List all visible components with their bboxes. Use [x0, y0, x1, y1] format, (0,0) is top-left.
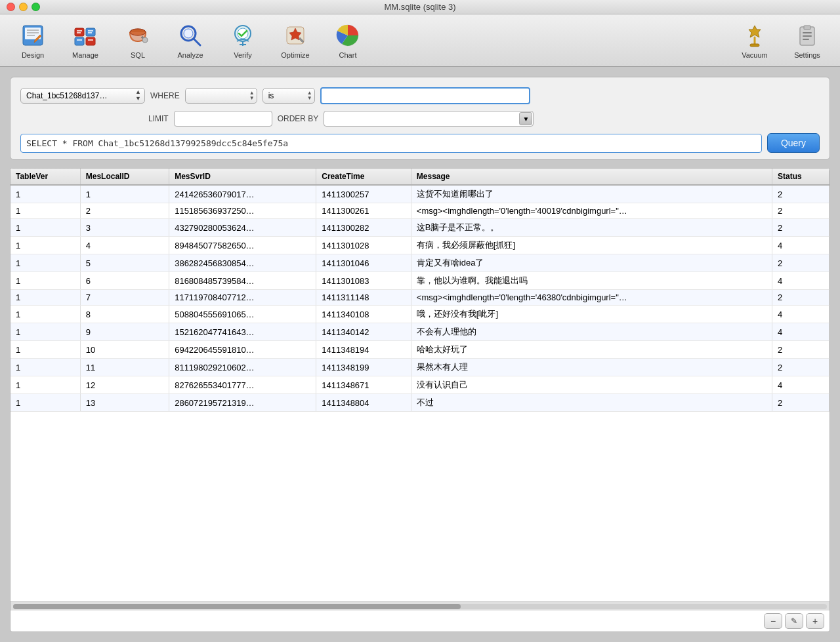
toolbar-item-sql[interactable]: SQL [112, 18, 164, 64]
sql-icon [125, 22, 151, 49]
svg-rect-30 [803, 32, 812, 33]
table-row[interactable]: 14894845077582650…1411301028有病，我必须屏蔽他[抓狂… [10, 237, 830, 254]
verify-icon [230, 22, 256, 49]
horizontal-scrollbar[interactable] [10, 601, 830, 611]
toolbar-item-analyze[interactable]: Analyze [164, 18, 217, 64]
table-cell-messvrid: 241426536079017… [169, 185, 316, 203]
verify-label: Verify [234, 51, 252, 59]
orderby-wrapper[interactable]: ▼ [324, 111, 534, 127]
analyze-icon [177, 22, 203, 49]
col-header-message[interactable]: Message [411, 169, 772, 185]
col-header-createtime[interactable]: CreateTime [316, 169, 411, 185]
sql-input[interactable] [20, 134, 762, 153]
table-row[interactable]: 16816808485739584…1411301083靠，他以为谁啊。我能退出… [10, 272, 830, 290]
optimize-label: Optimize [281, 51, 309, 59]
table-cell-message: 没有认识自己 [411, 376, 772, 394]
table-cell-status: 2 [772, 359, 830, 376]
table-row[interactable]: 113286072195721319…1411348804不过2 [10, 394, 830, 412]
where-field-wrapper[interactable]: ▲▼ [185, 88, 257, 104]
table-cell-message: 靠，他以为谁啊。我能退出吗 [411, 272, 772, 290]
table-cell-messvrid: 508804555691065… [169, 306, 316, 323]
results-table: TableVer MesLocalID MesSvrID CreateTime … [10, 169, 830, 412]
query-row3: Query [20, 133, 820, 153]
table-row[interactable]: 18508804555691065…1411340108哦，还好没有我[呲牙]4 [10, 306, 830, 323]
table-cell-createtime: 1411300282 [316, 219, 411, 237]
table-select[interactable]: Chat_1bc51268d137… [20, 88, 145, 104]
table-cell-message: 哦，还好没有我[呲牙] [411, 306, 772, 323]
close-button[interactable] [7, 3, 15, 11]
condition-select[interactable]: is is not contains begins with [262, 88, 315, 104]
condition-select-wrapper[interactable]: is is not contains begins with ▲▼ [262, 88, 315, 104]
manage-label: Manage [72, 51, 98, 59]
maximize-button[interactable] [32, 3, 40, 11]
query-button[interactable]: Query [767, 133, 820, 153]
svg-rect-29 [804, 26, 810, 30]
table-cell-message: 这B脑子是不正常。。 [411, 219, 772, 237]
delete-row-button[interactable]: − [764, 613, 782, 629]
table-cell-status: 2 [772, 219, 830, 237]
window-controls[interactable] [7, 3, 40, 11]
table-cell-message: 不过 [411, 394, 772, 412]
table-cell-messvrid: 117119708407712… [169, 290, 316, 306]
table-row[interactable]: 15386282456830854…1411301046肯定又有啥idea了2 [10, 254, 830, 272]
analyze-label: Analyze [177, 51, 203, 59]
table-cell-status: 2 [772, 203, 830, 219]
value-input[interactable] [320, 87, 530, 104]
toolbar-item-design[interactable]: Design [7, 18, 59, 64]
table-row[interactable]: 17117119708407712…1411311148<msg><imghdl… [10, 290, 830, 306]
table-row[interactable]: 112827626553401777…1411348671没有认识自己4 [10, 376, 830, 394]
table-cell-meslocalid: 8 [80, 306, 169, 323]
sql-label: SQL [131, 51, 145, 59]
toolbar-item-vacuum[interactable]: Vacuum [728, 18, 781, 64]
vacuum-label: Vacuum [742, 51, 768, 59]
edit-row-button[interactable]: ✎ [785, 613, 803, 629]
manage-icon [72, 22, 98, 49]
table-cell-messvrid: 894845077582650… [169, 237, 316, 254]
table-cell-tablever: 1 [10, 376, 80, 394]
table-cell-message: 果然木有人理 [411, 359, 772, 376]
table-row[interactable]: 19152162047741643…1411340142不会有人理他的4 [10, 323, 830, 341]
table-cell-createtime: 1411311148 [316, 290, 411, 306]
toolbar-item-settings[interactable]: Settings [781, 18, 833, 64]
svg-rect-5 [75, 28, 84, 36]
toolbar-item-chart[interactable]: Chart [322, 18, 374, 64]
table-cell-status: 2 [772, 290, 830, 306]
table-cell-tablever: 1 [10, 323, 80, 341]
toolbar-item-optimize[interactable]: Optimize [269, 18, 322, 64]
table-cell-messvrid: 816808485739584… [169, 272, 316, 290]
table-select-wrapper[interactable]: Chat_1bc51268d137… ▲▼ [20, 88, 145, 104]
add-row-button[interactable]: + [806, 613, 824, 629]
table-cell-status: 2 [772, 394, 830, 412]
table-cell-createtime: 1411301028 [316, 237, 411, 254]
col-header-status[interactable]: Status [772, 169, 830, 185]
table-cell-tablever: 1 [10, 341, 80, 359]
where-label: WHERE [150, 91, 180, 100]
table-cell-meslocalid: 7 [80, 290, 169, 306]
table-cell-tablever: 1 [10, 272, 80, 290]
col-header-messrvrid[interactable]: MesSvrID [169, 169, 316, 185]
table-cell-createtime: 1411348671 [316, 376, 411, 394]
table-row[interactable]: 111811198029210602…1411348199果然木有人理2 [10, 359, 830, 376]
limit-input[interactable] [174, 111, 272, 127]
table-row[interactable]: 13432790280053624…1411300282这B脑子是不正常。。2 [10, 219, 830, 237]
toolbar-item-verify[interactable]: Verify [217, 18, 269, 64]
table-scroll-area[interactable]: TableVer MesLocalID MesSvrID CreateTime … [10, 169, 830, 601]
settings-label: Settings [794, 51, 820, 59]
table-row[interactable]: 11241426536079017…1411300257这货不知道闹哪出了2 [10, 185, 830, 203]
table-cell-messvrid: 286072195721319… [169, 394, 316, 412]
table-cell-messvrid: 432790280053624… [169, 219, 316, 237]
table-row[interactable]: 12115185636937250…1411300261<msg><imghdl… [10, 203, 830, 219]
col-header-meslocalid[interactable]: MesLocalID [80, 169, 169, 185]
minimize-button[interactable] [19, 3, 28, 11]
design-icon [20, 22, 46, 49]
where-column-select[interactable] [185, 88, 257, 104]
table-cell-messvrid: 152162047741643… [169, 323, 316, 341]
orderby-input[interactable] [324, 111, 534, 127]
table-cell-meslocalid: 4 [80, 237, 169, 254]
orderby-dropdown-button[interactable]: ▼ [519, 112, 532, 125]
table-cell-message: 有病，我必须屏蔽他[抓狂] [411, 237, 772, 254]
col-header-tablever[interactable]: TableVer [10, 169, 80, 185]
table-row[interactable]: 110694220645591810…1411348194哈哈太好玩了2 [10, 341, 830, 359]
svg-line-20 [194, 39, 200, 45]
toolbar-item-manage[interactable]: Manage [59, 18, 112, 64]
